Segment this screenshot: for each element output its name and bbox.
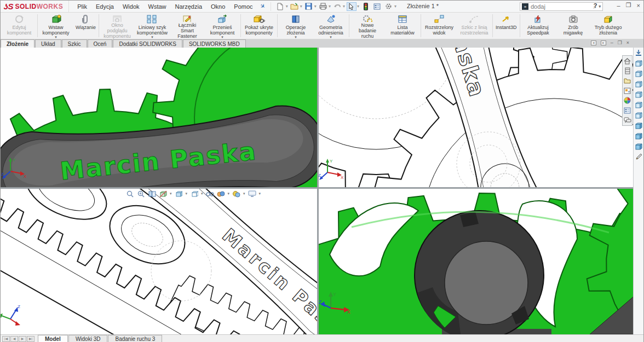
ribbon-button-liniowy-szyk[interactable]: Liniowy szyk komponentów▾ (135, 13, 170, 39)
pencil-sketch-icon[interactable] (635, 153, 643, 161)
edit-appearance-icon[interactable] (217, 190, 225, 198)
ribbon-button-wstaw-komponenty[interactable]: Wstaw komponenty▾ (38, 13, 73, 39)
tab-uklad[interactable]: Układ (35, 39, 61, 48)
viewport-top-left-shaded[interactable]: Marcin Paska Y X Z (1, 48, 317, 187)
svg-text:X: X (347, 309, 350, 315)
menu-pomoc[interactable]: Pomoc (230, 2, 256, 11)
menu-okno[interactable]: Okno (207, 2, 229, 11)
undo-icon[interactable] (332, 2, 342, 11)
solidworks-window: ʖSSOLIDWORKS Plik Edycja Widok Wstaw Nar… (0, 0, 644, 342)
tab-ocen[interactable]: Oceń (88, 39, 113, 48)
file-explorer-icon[interactable] (623, 77, 631, 85)
hide-show-items-icon[interactable] (206, 190, 214, 198)
ribbon-button-rozstrzelony-widok[interactable]: Rozstrzelony widok (422, 13, 457, 39)
sheet-tab-badanie-ruchu[interactable]: Badanie ruchu 3 (108, 335, 162, 342)
open-document-icon[interactable] (290, 2, 300, 11)
search-box[interactable]: » dodaj ⌕▾ (520, 2, 603, 11)
ribbon-button-wiazanie[interactable]: Wiązanie (73, 13, 98, 39)
zoom-fit-icon[interactable] (126, 190, 134, 198)
select-cursor-icon[interactable] (347, 2, 357, 11)
rebuild-traffic-light-icon[interactable] (361, 2, 371, 11)
pane-left-icon[interactable]: ◂ (591, 40, 596, 45)
view-orientation-icon[interactable] (175, 190, 183, 198)
forum-icon[interactable] (623, 116, 631, 124)
sheet-tab-model[interactable]: Model (38, 335, 68, 342)
print-icon[interactable] (318, 2, 328, 11)
new-document-icon[interactable] (275, 2, 285, 11)
restore-button[interactable]: ❐ (626, 2, 631, 9)
search-scope-icon[interactable]: » (522, 3, 528, 10)
view-cube-back-icon[interactable] (635, 69, 643, 78)
first-sheet-button[interactable]: |◀ (2, 336, 10, 342)
help-button[interactable]: ? ▾ (594, 2, 601, 9)
ribbon-button-operacje-zlozenia[interactable]: Operacje złożenia▾ (278, 13, 313, 39)
tab-dodatki-solidworks[interactable]: Dodatki SOLIDWORKS (113, 39, 182, 48)
save-icon[interactable] (304, 2, 314, 11)
zoom-area-icon[interactable] (137, 190, 145, 198)
display-settings-icon[interactable] (372, 2, 382, 11)
menu-edycja[interactable]: Edycja (92, 2, 118, 11)
ribbon-button-lista-materialow[interactable]: Lista materiałów (385, 13, 420, 39)
svg-text:Z: Z (319, 173, 321, 178)
viewport-top-right-wireframe[interactable]: Paska Y X Z (319, 48, 634, 187)
ribbon-button-zrob-migawke[interactable]: Zrób migawkę (556, 13, 591, 39)
menu-plik[interactable]: Plik (73, 2, 91, 11)
doc-minimize-button[interactable]: – (611, 40, 613, 45)
appearances-icon[interactable] (623, 96, 631, 105)
graphics-area: Marcin Paska Y X Z (1, 48, 634, 334)
view-cube-front-icon[interactable] (635, 59, 643, 67)
ribbon-button-aktualizuj-speedpak[interactable]: Aktualizuj Speedpak (521, 13, 556, 39)
viewport-bottom-right-shaded[interactable]: Y X Z (319, 189, 634, 334)
ribbon-button-przenies-komponent[interactable]: Przenieś komponent▾ (205, 13, 240, 39)
view-cube-bottom-icon[interactable] (635, 111, 643, 119)
prev-sheet-button[interactable]: ◀ (10, 336, 18, 342)
home-icon[interactable] (623, 57, 631, 65)
menu-narzedzia[interactable]: Narzędzia (171, 2, 206, 11)
solidworks-logo-icon: ʖS (4, 2, 14, 11)
search-input[interactable]: dodaj (531, 3, 591, 10)
pin-menu-icon[interactable]: ✈ (258, 2, 267, 11)
doc-restore-button[interactable]: ❐ (618, 40, 622, 45)
design-library-icon[interactable] (623, 67, 631, 75)
collapse-arrow-icon[interactable] (635, 49, 643, 57)
tab-solidworks-mbd[interactable]: SOLIDWORKS MBD (183, 39, 246, 48)
ribbon-button-laczniki-smart-fastener[interactable]: Łączniki Smart Fastener (170, 13, 205, 39)
minimize-button[interactable]: – (617, 2, 620, 9)
ribbon-button-okno-podgladu[interactable]: Okno podglądu komponentu (100, 13, 135, 39)
ribbon-button-instant3d[interactable]: Instant3D (493, 13, 519, 39)
ribbon-button-nowe-badanie-ruchu[interactable]: Nowe badanie ruchu (350, 13, 385, 39)
last-sheet-button[interactable]: ▶| (27, 336, 34, 342)
pane-right-icon[interactable]: ▸ (601, 40, 606, 45)
viewport-splitter-horizontal[interactable] (1, 187, 634, 189)
tab-zlozenie[interactable]: Złożenie (1, 39, 34, 48)
doc-close-button[interactable]: × (626, 40, 629, 45)
ribbon-button-szkic-z-linia[interactable]: Szkic z linią rozstrzelenia (457, 13, 492, 39)
tab-szkic[interactable]: Szkic (62, 39, 87, 48)
custom-properties-icon[interactable] (623, 106, 631, 114)
view-settings-icon[interactable] (248, 190, 256, 198)
view-palette-icon[interactable] (623, 86, 631, 95)
sheet-tab-widoki-3d[interactable]: Widoki 3D (68, 335, 108, 342)
close-button[interactable]: × (637, 2, 640, 9)
view-cube-right-icon[interactable] (635, 90, 643, 98)
apply-scene-icon[interactable] (232, 190, 240, 198)
next-sheet-button[interactable]: ▶ (19, 336, 26, 342)
previous-view-icon[interactable] (148, 190, 156, 198)
viewport-bottom-left-wireframe[interactable]: Marcin Pas Z Y ▾ ▾ (1, 189, 317, 334)
view-cube-left-icon[interactable] (635, 80, 643, 88)
section-view-icon[interactable] (159, 190, 167, 198)
viewport-splitter-vertical[interactable] (317, 48, 319, 334)
view-cube-iso-icon[interactable] (635, 121, 643, 130)
view-cube-trimetric-icon[interactable] (635, 142, 643, 150)
options-gear-icon[interactable] (384, 2, 394, 11)
ribbon-button-edytuj-komponent[interactable]: Edytuj komponent (2, 13, 37, 39)
display-style-icon[interactable] (190, 190, 198, 198)
ribbon-button-geometria-odniesienia[interactable]: Geometria odniesienia▾ (313, 13, 348, 39)
menu-wstaw[interactable]: Wstaw (145, 2, 170, 11)
menu-bar: Plik Edycja Widok Wstaw Narzędzia Okno P… (73, 2, 256, 11)
menu-widok[interactable]: Widok (119, 2, 143, 11)
view-cube-dimetric-icon[interactable] (635, 132, 643, 140)
ribbon-button-tryb-duzego-zlozenia[interactable]: Tryb dużego złożenia (591, 13, 626, 39)
ribbon-button-pokaz-ukryte[interactable]: Pokaż ukryte komponenty (242, 13, 277, 39)
view-cube-top-icon[interactable] (635, 101, 643, 109)
